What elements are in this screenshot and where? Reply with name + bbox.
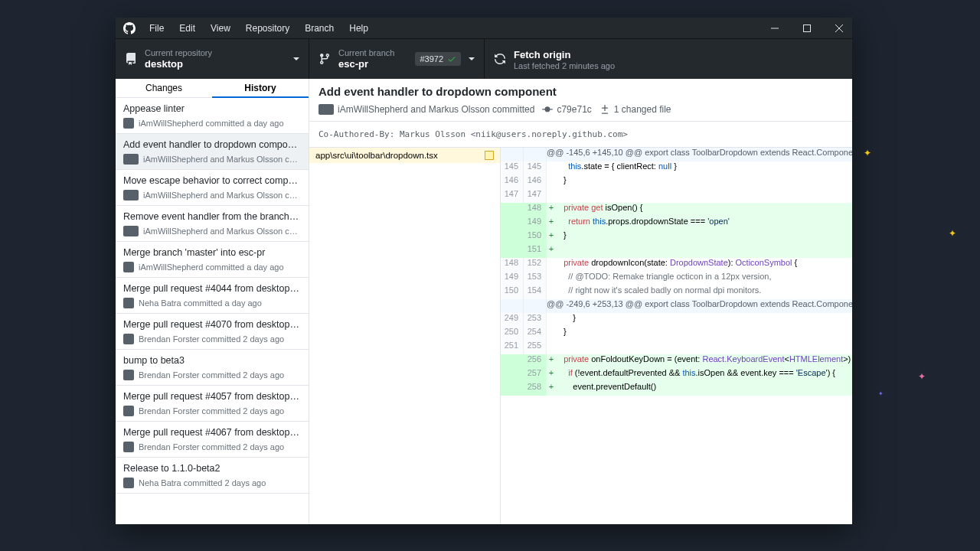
minimize-button[interactable] <box>769 23 780 34</box>
repo-icon <box>125 53 137 65</box>
commit-item[interactable]: Release to 1.1.0-beta2 Neha Batra commit… <box>116 458 309 494</box>
fetch-sub: Last fetched 2 minutes ago <box>514 61 843 70</box>
branch-value: esc-pr <box>338 58 415 70</box>
avatar <box>123 190 139 201</box>
tab-history[interactable]: History <box>212 79 309 98</box>
commit-item[interactable]: Merge pull request #4070 from desktop/… … <box>116 314 309 350</box>
commit-icon <box>542 104 553 115</box>
commit-item-title: Merge pull request #4067 from desktop/… <box>123 427 301 438</box>
diff-line: 257+ if (!event.defaultPrevented && this… <box>501 368 852 382</box>
commit-item[interactable]: Merge pull request #4067 from desktop/… … <box>116 422 309 458</box>
commit-item[interactable]: Merge branch 'master' into esc-pr iAmWil… <box>116 242 309 278</box>
menu-view[interactable]: View <box>211 23 230 34</box>
file-item[interactable]: app\src\ui\toolbar\dropdown.tsx <box>309 148 500 163</box>
main-panel: Add event handler to dropdown component … <box>309 79 852 524</box>
commit-item[interactable]: Appease linter iAmWillShepherd committed… <box>116 98 309 134</box>
diff-line: 250254 } <box>501 327 852 341</box>
app-window: FileEditViewRepositoryBranchHelp Current… <box>116 18 852 524</box>
diff-line: 251255 <box>501 341 852 354</box>
commit-item[interactable]: Remove event handler from the branches..… <box>116 206 309 242</box>
check-icon <box>447 54 456 64</box>
commit-author: iAmWillShepherd and Markus Olsson commit… <box>338 104 534 115</box>
commit-body: Co-Authored-By: Markus Olsson <niik@user… <box>309 122 852 148</box>
commit-item[interactable]: Move escape behavior to correct compo… i… <box>116 170 309 206</box>
menu-edit[interactable]: Edit <box>179 23 195 34</box>
avatar <box>123 226 139 236</box>
commit-item-by: iAmWillShepherd and Markus Olsson co… <box>143 191 301 200</box>
menu-file[interactable]: File <box>149 23 164 34</box>
file-path: app\src\ui\toolbar\dropdown.tsx <box>315 151 438 160</box>
maximize-button[interactable] <box>802 23 812 34</box>
diff-view[interactable]: @@ -145,6 +145,10 @@ export class Toolba… <box>501 148 852 524</box>
tab-changes[interactable]: Changes <box>116 79 212 98</box>
repo-selector[interactable]: Current repository desktop <box>116 39 309 79</box>
commit-item-by: Brendan Forster committed 2 days ago <box>139 406 284 416</box>
sidebar-tabs: Changes History <box>116 79 309 98</box>
commit-item-title: bump to beta3 <box>123 355 301 366</box>
diff-line: 145145 this.state = { clientRect: null } <box>501 161 852 175</box>
avatar <box>123 118 134 129</box>
sync-icon <box>494 53 506 65</box>
sidebar: Changes History Appease linter iAmWillSh… <box>116 79 309 524</box>
commit-item-by: Brendan Forster committed 2 days ago <box>139 334 284 344</box>
diff-line: 150+ } <box>501 230 852 244</box>
avatar <box>123 298 134 308</box>
avatar <box>123 334 134 344</box>
commit-item-by: Neha Batra committed a day ago <box>139 298 262 308</box>
diff-line: 258+ event.preventDefault() <box>501 382 852 396</box>
content: Changes History Appease linter iAmWillSh… <box>116 79 852 524</box>
commit-title: Add event handler to dropdown component <box>318 85 843 98</box>
diff-line: 149+ return this.props.dropdownState ===… <box>501 217 852 230</box>
branch-selector[interactable]: Current branch esc-pr #3972 <box>309 39 485 79</box>
commit-item-by: Neha Batra committed 2 days ago <box>139 478 266 487</box>
diff-icon <box>599 104 610 115</box>
avatar <box>123 154 139 165</box>
avatar <box>123 370 134 380</box>
fetch-label: Fetch origin <box>514 49 843 60</box>
commit-item[interactable]: Merge pull request #4057 from desktop/… … <box>116 386 309 422</box>
commit-item-title: Merge branch 'master' into esc-pr <box>123 247 301 258</box>
commit-item-by: iAmWillShepherd committed a day ago <box>139 119 284 128</box>
avatar <box>318 104 334 115</box>
commit-item-title: Merge pull request #4057 from desktop/… <box>123 391 301 402</box>
avatar <box>123 442 134 452</box>
diff-area: app\src\ui\toolbar\dropdown.tsx @@ -145,… <box>309 148 852 524</box>
commit-item-by: Brendan Forster committed 2 days ago <box>139 370 284 380</box>
fetch-button[interactable]: Fetch origin Last fetched 2 minutes ago <box>485 39 852 79</box>
diff-line: @@ -249,6 +253,13 @@ export class Toolba… <box>501 299 852 313</box>
pr-badge: #3972 <box>415 52 461 66</box>
menu-bar: FileEditViewRepositoryBranchHelp <box>149 23 368 34</box>
github-logo-icon <box>123 22 136 34</box>
commit-item[interactable]: Merge pull request #4044 from desktop/… … <box>116 278 309 314</box>
modified-icon <box>485 151 494 160</box>
menu-repository[interactable]: Repository <box>246 23 289 34</box>
avatar <box>123 478 134 488</box>
window-controls <box>769 23 844 34</box>
titlebar: FileEditViewRepositoryBranchHelp <box>116 18 852 38</box>
commit-item[interactable]: Add event handler to dropdown compon… iA… <box>116 134 309 170</box>
commit-item[interactable]: bump to beta3 Brendan Forster committed … <box>116 350 309 386</box>
commit-item-title: Appease linter <box>123 103 301 114</box>
diff-line: 146146 } <box>501 175 852 189</box>
repo-value: desktop <box>145 58 293 70</box>
diff-line: @@ -145,6 +145,10 @@ export class Toolba… <box>501 148 852 161</box>
avatar <box>123 262 134 272</box>
commit-item-by: iAmWillShepherd committed a day ago <box>139 262 284 272</box>
menu-help[interactable]: Help <box>349 23 368 34</box>
diff-line: 249253 } <box>501 313 852 327</box>
commit-header: Add event handler to dropdown component … <box>309 79 852 122</box>
menu-branch[interactable]: Branch <box>305 23 334 34</box>
commit-item-title: Release to 1.1.0-beta2 <box>123 463 301 474</box>
commit-item-title: Move escape behavior to correct compo… <box>123 175 301 186</box>
diff-line: 151+ <box>501 244 852 258</box>
close-button[interactable] <box>834 23 844 34</box>
changed-files[interactable]: 1 changed file <box>614 104 671 115</box>
avatar <box>123 406 134 416</box>
commit-item-title: Add event handler to dropdown compon… <box>123 139 301 150</box>
commit-item-title: Merge pull request #4044 from desktop/… <box>123 283 301 294</box>
svg-rect-0 <box>804 24 811 31</box>
commit-sha[interactable]: c79e71c <box>557 104 591 115</box>
branch-icon <box>318 53 331 65</box>
branch-label: Current branch <box>338 48 415 57</box>
commit-list[interactable]: Appease linter iAmWillShepherd committed… <box>116 98 309 524</box>
